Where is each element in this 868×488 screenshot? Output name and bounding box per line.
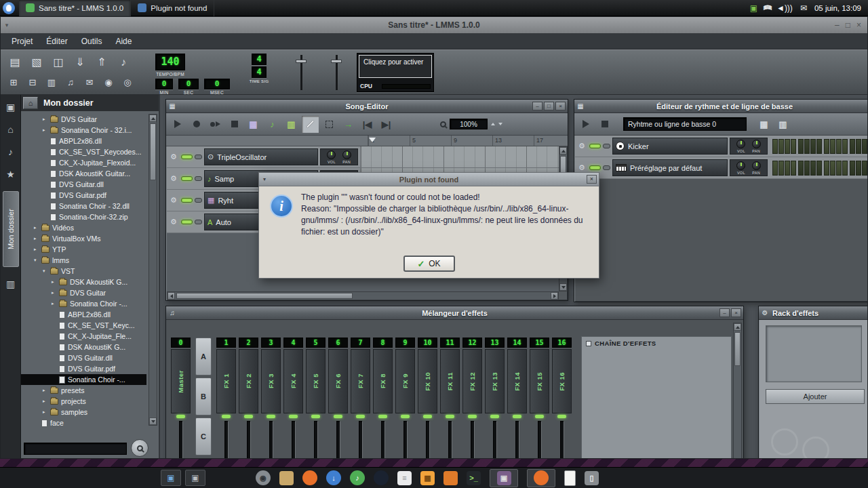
- taskbar-window-2[interactable]: Plugin not found: [131, 0, 214, 16]
- samples-tab-icon[interactable]: ♪: [8, 146, 13, 157]
- minimize-button[interactable]: –: [719, 308, 730, 317]
- solo-led[interactable]: [195, 155, 202, 159]
- channel-label[interactable]: FX 2: [239, 349, 258, 413]
- skip-forward-button[interactable]: ▶|: [378, 116, 395, 133]
- toggle-fx-mixer-button[interactable]: ♫: [62, 74, 79, 92]
- keyboard-tab-icon[interactable]: ▥: [6, 279, 15, 289]
- ok-button[interactable]: ✓ OK: [403, 256, 455, 272]
- volume-fader[interactable]: [486, 420, 503, 458]
- home-icon[interactable]: ⌂: [23, 97, 38, 109]
- mixer-tab-c[interactable]: C: [195, 418, 212, 455]
- tree-item[interactable]: ▸YTP: [21, 244, 146, 255]
- solo-led[interactable]: [603, 144, 610, 148]
- track-gear-icon[interactable]: ⚙: [576, 142, 587, 150]
- firefox-active-icon-box[interactable]: [527, 469, 555, 487]
- fx-channel-9[interactable]: 9FX 9: [395, 338, 416, 458]
- tree-item[interactable]: DVS Guitar.pdf: [21, 190, 146, 201]
- tree-item[interactable]: ▸presets: [21, 385, 146, 396]
- volume-fader[interactable]: [374, 420, 391, 458]
- volume-fader[interactable]: [419, 420, 436, 458]
- skip-back-button[interactable]: |◀: [359, 116, 376, 133]
- beat-cell[interactable]: [785, 161, 790, 176]
- mute-led[interactable]: [181, 155, 193, 159]
- search-button[interactable]: [131, 439, 149, 457]
- channel-label[interactable]: FX 11: [440, 349, 460, 413]
- maximize-button[interactable]: □: [544, 102, 554, 110]
- track-gear-icon[interactable]: ⚙: [168, 152, 179, 161]
- tree-item[interactable]: ▸Vidéos: [21, 222, 146, 233]
- tree-item[interactable]: CK_X-Jupitae_Flexoid...: [21, 157, 146, 168]
- track-gear-icon[interactable]: ⚙: [168, 174, 179, 183]
- timesig-denominator[interactable]: 4: [252, 66, 267, 78]
- browser-scrollbar[interactable]: [149, 114, 157, 426]
- fx-channel-16[interactable]: 16FX 16: [551, 338, 572, 458]
- fx-channel-13[interactable]: 13FX 13: [484, 338, 505, 458]
- channel-label[interactable]: FX 4: [283, 349, 303, 413]
- solo-led[interactable]: [195, 176, 202, 181]
- beat-cell[interactable]: [856, 139, 861, 154]
- network-wifi-icon[interactable]: ))): [762, 6, 772, 10]
- clock[interactable]: 05 juin, 13:09: [814, 4, 861, 12]
- expand-arrow-icon[interactable]: ▾: [43, 268, 47, 274]
- vol-knob[interactable]: [327, 150, 336, 159]
- toggle-bb-editor-button[interactable]: ⊟: [24, 74, 41, 92]
- presets-tab-icon[interactable]: ★: [6, 169, 15, 180]
- mixer-scrollbar[interactable]: [733, 323, 742, 458]
- save-project-button[interactable]: ◫: [48, 52, 68, 72]
- display-settings-icon-box[interactable]: ▣: [490, 469, 518, 487]
- trash-icon[interactable]: ▯: [585, 471, 599, 485]
- solo-led[interactable]: [195, 220, 202, 224]
- bb-stop-button[interactable]: [596, 116, 613, 133]
- fx-channel-12[interactable]: 12FX 12: [462, 338, 483, 458]
- add-bb-track-button[interactable]: ▦: [245, 116, 262, 133]
- expand-arrow-icon[interactable]: ▸: [34, 236, 39, 241]
- draw-mode-button[interactable]: [302, 116, 319, 133]
- expand-arrow-icon[interactable]: ▸: [43, 399, 47, 404]
- import-button[interactable]: ⇑: [92, 52, 112, 72]
- tree-item[interactable]: ▸DVS Guitar: [21, 114, 146, 125]
- tree-item[interactable]: ABPL2x86.dll: [21, 309, 146, 320]
- tree-item[interactable]: face: [21, 418, 146, 428]
- status-icon[interactable]: ▣: [750, 3, 757, 13]
- terminal-icon[interactable]: >_: [467, 471, 481, 485]
- solo-led[interactable]: [195, 198, 202, 203]
- fx-channel-2[interactable]: 2FX 2: [238, 338, 259, 458]
- fx-mixer-titlebar[interactable]: ♫ Mélangeur d'effets – ×: [166, 306, 743, 320]
- tree-item[interactable]: DSK AkoustiK G...: [21, 342, 146, 352]
- tree-item[interactable]: DVS Guitar.dll: [21, 179, 146, 190]
- home-tab-icon[interactable]: ⌂: [7, 124, 13, 135]
- file-manager-icon[interactable]: [279, 471, 294, 485]
- song-editor-hscrollbar[interactable]: [167, 291, 559, 300]
- close-button[interactable]: ×: [731, 308, 741, 317]
- expand-arrow-icon[interactable]: ▸: [52, 290, 56, 296]
- beat-cell[interactable]: [810, 139, 816, 154]
- fx-channel-7[interactable]: 7FX 7: [350, 338, 371, 458]
- beat-cell[interactable]: [836, 139, 842, 154]
- beat-cell[interactable]: [791, 139, 796, 154]
- fx-channel-8[interactable]: 8FX 8: [372, 338, 393, 458]
- expand-arrow-icon[interactable]: ▾: [34, 258, 39, 263]
- beat-cell[interactable]: [842, 139, 848, 154]
- tree-item[interactable]: ▸DSK AkoustiK G...: [21, 277, 146, 287]
- timeline[interactable]: 1591317: [368, 136, 559, 146]
- volume-fader[interactable]: [553, 420, 570, 458]
- play-button[interactable]: [169, 116, 186, 133]
- fx-channel-0[interactable]: 0Master: [170, 338, 191, 458]
- maximize-button[interactable]: □: [846, 20, 850, 30]
- track-gear-icon[interactable]: ⚙: [168, 196, 179, 205]
- project-notes-button[interactable]: ✉: [81, 74, 98, 92]
- text-editor-icon[interactable]: [564, 470, 576, 486]
- beat-cell[interactable]: [850, 139, 855, 154]
- menu-éditer[interactable]: Éditer: [39, 33, 74, 49]
- minimize-button[interactable]: –: [532, 102, 542, 110]
- beat-cell[interactable]: [836, 161, 842, 176]
- volume-fader[interactable]: [172, 420, 189, 458]
- channel-label[interactable]: FX 7: [351, 349, 370, 413]
- bb-editor-titlebar[interactable]: ▦ Éditeur de rythme et de ligne de basse: [574, 100, 867, 113]
- close-button[interactable]: ×: [856, 20, 861, 30]
- volume-fader[interactable]: [285, 420, 302, 458]
- save-as-button[interactable]: ⇓: [70, 52, 90, 72]
- volume-fader[interactable]: [441, 420, 458, 458]
- mute-led[interactable]: [181, 198, 193, 203]
- pan-knob[interactable]: [752, 161, 761, 170]
